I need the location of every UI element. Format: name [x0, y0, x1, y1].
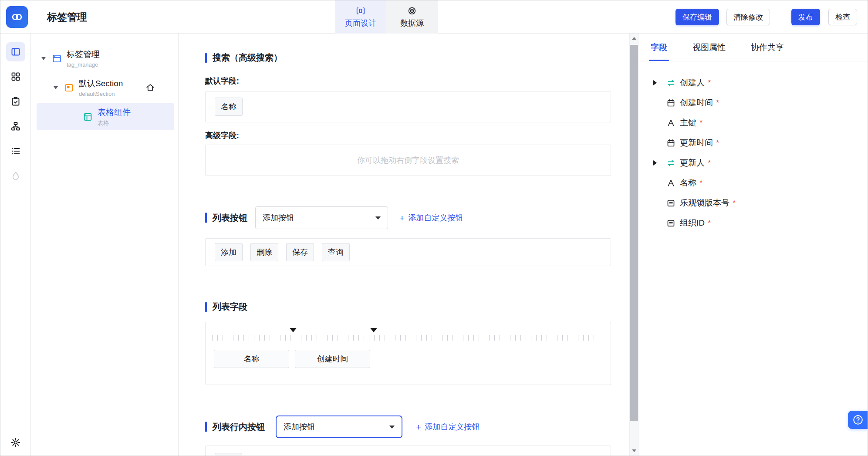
add-custom-button-link[interactable]: + 添加自定义按钮: [416, 422, 480, 432]
field-row[interactable]: 组织ID *: [638, 213, 868, 233]
section-title: 列表按钮: [213, 212, 247, 224]
rail-settings-button[interactable]: [6, 433, 25, 452]
section-search-header: 搜索（高级搜索）: [205, 52, 611, 64]
tab-fields[interactable]: 字段: [651, 34, 667, 61]
field-row[interactable]: 创建人 *: [638, 73, 868, 93]
tab-page-design[interactable]: 页面设计: [335, 0, 386, 34]
inline-buttons-dropdown[interactable]: 添加按钮: [276, 415, 402, 438]
rail-page-builder-button[interactable]: [6, 42, 25, 61]
chevron-down-icon: [389, 426, 395, 429]
rail-components-button[interactable]: [6, 67, 25, 86]
inline-buttons-row: 列表行内按钮 添加按钮 + 添加自定义按钮: [205, 415, 611, 438]
required-marker: *: [699, 178, 703, 188]
column-divider-handle[interactable]: [290, 328, 297, 332]
accent-bar: [205, 302, 207, 312]
tab-collaboration[interactable]: 协作共享: [751, 34, 784, 61]
tab-data-source[interactable]: 数据源: [386, 0, 438, 34]
add-custom-button-link[interactable]: + 添加自定义按钮: [399, 213, 463, 223]
default-fields-dropzone[interactable]: 名称: [205, 91, 611, 122]
list-buttons-dropdown[interactable]: 添加按钮: [255, 206, 388, 229]
home-icon[interactable]: [145, 83, 155, 92]
extension-icon: [10, 171, 21, 181]
button-chip[interactable]: 添加: [215, 243, 243, 261]
plus-icon: +: [399, 213, 405, 223]
rail-tasks-button[interactable]: [6, 92, 25, 111]
component-tree: 标签管理 tag_manage 默认Section defaultSection: [31, 34, 179, 456]
field-row[interactable]: 名称 *: [638, 173, 868, 193]
section-list-fields-header: 列表字段: [205, 301, 611, 313]
required-marker: *: [708, 78, 711, 88]
page-design-icon: [356, 6, 365, 16]
field-row[interactable]: 创建时间 *: [638, 93, 868, 113]
required-marker: *: [716, 138, 719, 148]
field-row[interactable]: 更新时间 *: [638, 133, 868, 153]
list-field-chip[interactable]: 名称: [214, 350, 289, 368]
tree-expand-icon[interactable]: [41, 57, 46, 60]
list-buttons-row: 列表按钮 添加按钮 + 添加自定义按钮: [205, 206, 611, 229]
page-title: 标签管理: [47, 10, 87, 24]
list-buttons-header: 列表按钮: [205, 212, 247, 224]
tab-data-source-label: 数据源: [400, 18, 424, 28]
scroll-down-button[interactable]: [630, 446, 638, 456]
number-icon: [666, 219, 680, 228]
tree-item-table-component[interactable]: 表格组件 表格: [37, 103, 174, 130]
canvas-scrollbar[interactable]: [629, 34, 638, 456]
table-icon: [83, 112, 93, 122]
required-marker: *: [708, 158, 711, 168]
section-title: 列表行内按钮: [213, 421, 265, 433]
rail-workflow-button[interactable]: [6, 117, 25, 136]
tree-item-page[interactable]: 标签管理 tag_manage: [31, 45, 178, 72]
help-button[interactable]: [848, 411, 868, 429]
datetime-icon: [666, 138, 680, 148]
check-button[interactable]: 检查: [828, 9, 857, 25]
tab-view-properties[interactable]: 视图属性: [692, 34, 726, 61]
app-window: 标签管理 页面设计 数据源: [0, 0, 868, 456]
gear-icon: [10, 437, 21, 448]
column-divider-handle[interactable]: [370, 328, 377, 332]
design-canvas: 搜索（高级搜索） 默认字段: 名称 高级字段: 你可以拖动右侧字段设置搜索 列表…: [179, 34, 629, 456]
button-chip[interactable]: 查询: [322, 243, 350, 261]
panel-tabs: 字段 视图属性 协作共享: [638, 34, 868, 61]
save-edit-button[interactable]: 保存编辑: [675, 9, 719, 25]
tree-item-section[interactable]: 默认Section defaultSection: [31, 74, 178, 101]
list-fields-dropzone[interactable]: 名称 创建时间: [205, 322, 611, 385]
field-row[interactable]: 主键 *: [638, 113, 868, 133]
list-icon: [10, 146, 21, 156]
rail-extension-button[interactable]: [6, 166, 25, 186]
expand-icon[interactable]: [653, 80, 657, 85]
field-chip[interactable]: 名称: [215, 98, 243, 116]
triangle-up-icon: [632, 37, 636, 40]
field-label: 乐观锁版本号: [680, 197, 730, 209]
expand-icon[interactable]: [653, 160, 657, 166]
button-chip[interactable]: 删除: [250, 243, 278, 261]
list-field-chip[interactable]: 创建时间: [295, 350, 370, 368]
field-label: 组织ID: [680, 217, 705, 229]
page-icon: [52, 54, 62, 64]
relation-icon: [666, 159, 680, 168]
dropdown-value: 添加按钮: [284, 422, 315, 432]
body: 标签管理 tag_manage 默认Section defaultSection: [0, 34, 868, 456]
scroll-up-button[interactable]: [630, 34, 638, 43]
text-icon: [666, 179, 680, 188]
tree-expand-icon[interactable]: [54, 86, 58, 89]
inline-buttons-header: 列表行内按钮: [205, 421, 265, 433]
scrollbar-thumb[interactable]: [630, 45, 638, 421]
dropzone-placeholder: 你可以拖动右侧字段设置搜索: [357, 155, 459, 166]
grid-icon: [10, 71, 21, 82]
button-chip[interactable]: [215, 453, 242, 456]
field-row[interactable]: 更新人 *: [638, 153, 868, 173]
list-buttons-dropzone[interactable]: 添加 删除 保存 查询: [205, 238, 611, 266]
button-chip[interactable]: 保存: [286, 243, 314, 261]
rail-list-button[interactable]: [6, 142, 25, 161]
column-width-ruler: [212, 335, 604, 341]
app-logo[interactable]: [6, 6, 28, 28]
field-label: 主键: [680, 117, 696, 128]
publish-button[interactable]: 发布: [791, 9, 820, 25]
field-row[interactable]: 乐观锁版本号 *: [638, 193, 868, 213]
accent-bar: [205, 213, 207, 223]
clear-changes-button[interactable]: 清除修改: [726, 9, 770, 25]
inline-buttons-dropzone[interactable]: [205, 446, 611, 456]
advanced-fields-dropzone[interactable]: 你可以拖动右侧字段设置搜索: [205, 145, 611, 176]
field-label: 更新时间: [680, 137, 713, 149]
clipboard-check-icon: [10, 96, 21, 107]
